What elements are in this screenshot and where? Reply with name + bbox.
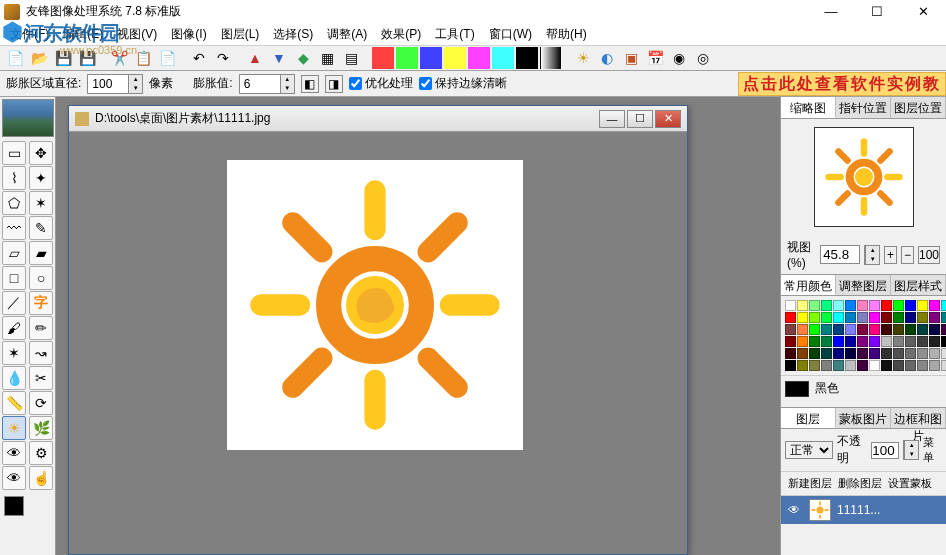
pencil-yellow-button[interactable]: ✎	[29, 216, 53, 240]
optimize-checkbox[interactable]: 优化处理	[349, 75, 413, 92]
open-file-icon[interactable]: 📂	[28, 47, 50, 69]
color-swatch[interactable]	[797, 336, 808, 347]
blend-mode-select[interactable]: 正常	[785, 441, 833, 459]
menu-item[interactable]: 图像(I)	[165, 24, 212, 45]
color-swatch[interactable]	[821, 336, 832, 347]
menu-item[interactable]: 工具(T)	[429, 24, 480, 45]
expand-spinbox[interactable]: ▲▼	[239, 74, 295, 94]
color-swatch[interactable]	[893, 336, 904, 347]
rect-sel-button[interactable]: ▭	[2, 141, 26, 165]
spin-down-icon[interactable]: ▼	[128, 84, 142, 93]
color-swatch[interactable]	[869, 312, 880, 323]
color-icon[interactable]	[468, 47, 490, 69]
tab[interactable]: 图层	[781, 408, 836, 428]
spin-up-icon[interactable]: ▲	[280, 75, 294, 84]
option-btn[interactable]: ◨	[325, 75, 343, 93]
color-swatch[interactable]	[881, 324, 892, 335]
color-swatch[interactable]	[797, 312, 808, 323]
tab[interactable]: 图层样式	[891, 275, 946, 295]
doc-maximize-button[interactable]: ☐	[627, 110, 653, 128]
color-swatch[interactable]	[845, 360, 856, 371]
color-swatch[interactable]	[809, 348, 820, 359]
tool-icon[interactable]: ☀	[572, 47, 594, 69]
tool-icon[interactable]: ◎	[692, 47, 714, 69]
color-swatch[interactable]	[797, 360, 808, 371]
expand-input[interactable]	[240, 77, 280, 91]
color-swatch[interactable]	[893, 324, 904, 335]
color-swatch[interactable]	[797, 300, 808, 311]
color-swatch[interactable]	[797, 348, 808, 359]
tool-icon[interactable]: ▣	[620, 47, 642, 69]
tab[interactable]: 常用颜色	[781, 275, 836, 295]
color-swatch[interactable]	[833, 336, 844, 347]
wand-button[interactable]: ✦	[29, 166, 53, 190]
color-swatch[interactable]	[881, 348, 892, 359]
document-canvas[interactable]	[227, 160, 523, 450]
color-swatch[interactable]	[821, 312, 832, 323]
menu-item[interactable]: 选择(S)	[267, 24, 319, 45]
color-swatch[interactable]	[857, 360, 868, 371]
color-swatch[interactable]	[845, 312, 856, 323]
spin-down-icon[interactable]: ▼	[865, 255, 879, 264]
edge-check-input[interactable]	[419, 77, 432, 90]
line-button[interactable]: ／	[2, 291, 26, 315]
color-swatch[interactable]	[845, 336, 856, 347]
color-swatch[interactable]	[905, 348, 916, 359]
color-swatch[interactable]	[929, 324, 940, 335]
color-swatch[interactable]	[941, 324, 946, 335]
color-swatch[interactable]	[821, 348, 832, 359]
layer-action-button[interactable]: 设置蒙板	[885, 474, 935, 493]
color-swatch[interactable]	[941, 348, 946, 359]
color-swatch[interactable]	[881, 360, 892, 371]
radius-input[interactable]	[88, 77, 128, 91]
color-swatch[interactable]	[833, 348, 844, 359]
dropper-button[interactable]: 💧	[2, 366, 26, 390]
menu-item[interactable]: 效果(P)	[375, 24, 427, 45]
color-swatch[interactable]	[797, 324, 808, 335]
tool-icon[interactable]: ▲	[244, 47, 266, 69]
color-swatch[interactable]	[785, 300, 796, 311]
color-swatch[interactable]	[881, 300, 892, 311]
eye-button[interactable]: 👁	[2, 441, 26, 465]
color-swatch[interactable]	[857, 312, 868, 323]
spin-down-icon[interactable]: ▼	[280, 84, 294, 93]
color-swatch[interactable]	[929, 312, 940, 323]
eraser-button[interactable]: ▱	[2, 241, 26, 265]
opacity-input[interactable]	[871, 442, 899, 459]
color-swatch[interactable]	[905, 312, 916, 323]
redeye-button[interactable]: 👁	[2, 466, 26, 490]
minimize-button[interactable]: —	[808, 0, 854, 23]
lasso-button[interactable]: ⌇	[2, 166, 26, 190]
square-button[interactable]: □	[2, 266, 26, 290]
color-swatch[interactable]	[809, 336, 820, 347]
color-swatch[interactable]	[785, 312, 796, 323]
clone-button[interactable]: ✶	[2, 341, 26, 365]
tool-icon[interactable]: 📅	[644, 47, 666, 69]
zoom-out-button[interactable]: −	[901, 246, 914, 264]
color-swatch[interactable]	[893, 360, 904, 371]
layer-action-button[interactable]: 删除图层	[835, 474, 885, 493]
color-swatch[interactable]	[857, 300, 868, 311]
color-swatch[interactable]	[809, 360, 820, 371]
optimize-check-input[interactable]	[349, 77, 362, 90]
color-swatch[interactable]	[893, 348, 904, 359]
color-swatch[interactable]	[893, 312, 904, 323]
freehand-button[interactable]: 〰	[2, 216, 26, 240]
rotate-button[interactable]: ⟳	[29, 391, 53, 415]
color-swatch[interactable]	[917, 336, 928, 347]
document-title-bar[interactable]: D:\tools\桌面\图片素材\11111.jpg — ☐ ✕	[69, 106, 687, 132]
color-swatch[interactable]	[869, 300, 880, 311]
color-swatch[interactable]	[821, 360, 832, 371]
color-swatch[interactable]	[905, 336, 916, 347]
brush-button[interactable]: 🖌	[2, 316, 26, 340]
color-swatch[interactable]	[941, 360, 946, 371]
redo-icon[interactable]: ↷	[212, 47, 234, 69]
tool-icon[interactable]: ◆	[292, 47, 314, 69]
color-swatch[interactable]	[785, 360, 796, 371]
color-swatch[interactable]	[869, 360, 880, 371]
color-swatch[interactable]	[869, 324, 880, 335]
color-swatch[interactable]	[941, 312, 946, 323]
tab[interactable]: 图层位置	[891, 97, 946, 118]
tool-icon[interactable]: ▦	[316, 47, 338, 69]
ruler-button[interactable]: 📏	[2, 391, 26, 415]
